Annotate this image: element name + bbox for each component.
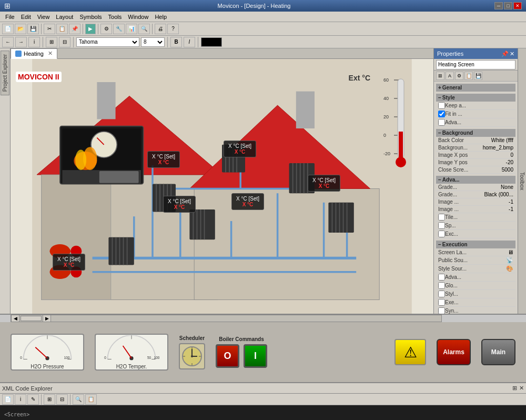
prop-section-exec-header[interactable]: − Execution bbox=[436, 241, 515, 248]
title-text: Movicon - [Design] - Heating bbox=[14, 3, 494, 9]
adva-checkbox[interactable] bbox=[438, 119, 445, 126]
maximize-button[interactable]: □ bbox=[504, 2, 512, 9]
menu-layout[interactable]: Layout bbox=[53, 13, 76, 21]
prop-icon-3[interactable]: ⚙ bbox=[455, 72, 463, 80]
properties-header: Properties 📌 ✕ bbox=[434, 48, 518, 59]
temp-box-1: X °C [Set] X °C bbox=[147, 151, 180, 168]
xml-tb5[interactable]: ⊟ bbox=[56, 394, 68, 405]
tb4[interactable]: 🔧 bbox=[113, 24, 125, 34]
collapse-icon-exec: − bbox=[438, 242, 441, 247]
keepa-checkbox[interactable] bbox=[438, 102, 445, 109]
scheduler-clock[interactable] bbox=[179, 343, 205, 369]
project-explorer-tab[interactable]: Project Explorer bbox=[1, 51, 9, 95]
minimize-button[interactable]: ─ bbox=[494, 2, 503, 9]
menu-symbols[interactable]: Symbols bbox=[76, 13, 105, 21]
prop-icon-1[interactable]: ⊞ bbox=[436, 72, 444, 80]
boiler-off-button[interactable]: O bbox=[216, 344, 239, 368]
glo-checkbox[interactable] bbox=[438, 282, 445, 289]
svg-text:100: 100 bbox=[64, 356, 70, 359]
menu-edit[interactable]: Edit bbox=[18, 13, 34, 21]
tb3[interactable]: ⚙ bbox=[100, 24, 112, 34]
size-select[interactable]: 8 bbox=[141, 37, 165, 47]
tb6[interactable]: 🔍 bbox=[138, 24, 150, 34]
exec-icon-1[interactable]: 🖥 bbox=[508, 249, 513, 255]
menu-tools[interactable]: Tools bbox=[105, 13, 125, 21]
xml-dock[interactable]: ⊞ bbox=[512, 385, 517, 392]
ext-temperature-label: Ext °C bbox=[349, 74, 370, 82]
xml-tb3[interactable]: ✎ bbox=[27, 394, 39, 405]
xml-close[interactable]: ✕ bbox=[519, 385, 524, 392]
syn-checkbox[interactable] bbox=[438, 307, 445, 314]
tab-close[interactable]: ✕ bbox=[48, 50, 53, 57]
exe-checkbox[interactable] bbox=[438, 299, 445, 306]
boiler-on-button[interactable]: I bbox=[244, 344, 267, 368]
xml-tb1[interactable]: 📄 bbox=[2, 394, 14, 405]
menu-window[interactable]: Window bbox=[125, 13, 151, 21]
scroll-right-btn[interactable]: ▶ bbox=[43, 315, 51, 322]
xml-find[interactable]: 🔍 bbox=[73, 394, 84, 405]
tb5[interactable]: 📊 bbox=[126, 24, 137, 34]
screen-name-input[interactable] bbox=[436, 60, 515, 69]
heating-tab[interactable]: Heating ✕ bbox=[11, 48, 57, 59]
prop-icon-2[interactable]: A bbox=[446, 72, 454, 80]
scroll-left-btn[interactable]: ◀ bbox=[11, 315, 19, 322]
menu-file[interactable]: File bbox=[2, 13, 18, 21]
exec-icon-2[interactable]: 📡 bbox=[506, 257, 513, 264]
new-btn[interactable]: 📄 bbox=[2, 24, 14, 34]
tb2-3[interactable]: i bbox=[28, 37, 40, 47]
xml-tb2[interactable]: i bbox=[15, 394, 26, 405]
alarms-button[interactable]: Alarms bbox=[437, 339, 471, 365]
paste-btn[interactable]: 📌 bbox=[69, 24, 80, 34]
prop-row-glo: Glo... bbox=[436, 282, 515, 290]
tb2-5[interactable]: ⊟ bbox=[59, 37, 70, 47]
exec-icon-3[interactable]: 🎨 bbox=[506, 265, 513, 272]
section-title-general: General bbox=[442, 85, 462, 91]
help-btn[interactable]: ? bbox=[167, 24, 179, 34]
svg-line-98 bbox=[123, 346, 132, 358]
close-button[interactable]: ✕ bbox=[513, 2, 522, 9]
properties-pin[interactable]: 📌 bbox=[501, 51, 509, 57]
tile-checkbox[interactable] bbox=[438, 214, 445, 221]
bold-btn[interactable]: B bbox=[170, 37, 182, 47]
fitin-checkbox[interactable] bbox=[438, 111, 445, 117]
prop-icon-5[interactable]: 💾 bbox=[474, 72, 482, 80]
horizontal-scrollbar[interactable]: ◀ ▶ bbox=[11, 315, 442, 322]
prop-section-style-header[interactable]: − Style bbox=[436, 94, 515, 102]
exc-checkbox[interactable] bbox=[438, 231, 445, 237]
prop-row-fitin: Fit in ... bbox=[436, 110, 515, 118]
font-select[interactable]: Tahoma bbox=[76, 37, 139, 47]
collapse-icon-bg: − bbox=[438, 130, 441, 136]
adva2-checkbox[interactable] bbox=[438, 274, 445, 281]
scroll-thumb[interactable] bbox=[21, 316, 42, 321]
prop-section-general-header[interactable]: + General bbox=[436, 84, 515, 92]
toolbox-label[interactable]: Toolbox bbox=[519, 172, 525, 190]
tab-label: Heating bbox=[24, 51, 44, 57]
italic-btn[interactable]: I bbox=[184, 37, 195, 47]
sp-checkbox[interactable] bbox=[438, 222, 445, 229]
properties-close[interactable]: ✕ bbox=[510, 51, 514, 57]
styl-checkbox[interactable] bbox=[438, 291, 445, 297]
alarm-warning-button[interactable]: ⚠ bbox=[394, 339, 426, 365]
menu-help[interactable]: Help bbox=[151, 13, 170, 21]
menu-view[interactable]: View bbox=[34, 13, 53, 21]
cut-btn[interactable]: ✂ bbox=[44, 24, 55, 34]
tb7[interactable]: 🖨 bbox=[155, 24, 166, 34]
copy-btn[interactable]: 📋 bbox=[56, 24, 68, 34]
tb2-4[interactable]: ⊞ bbox=[46, 37, 57, 47]
svg-text:0: 0 bbox=[20, 356, 22, 359]
setpoint-label-5: X °C [Set] bbox=[312, 177, 336, 183]
prop-icon-4[interactable]: 📋 bbox=[464, 72, 473, 80]
run-btn[interactable]: ▶ bbox=[85, 24, 96, 34]
open-btn[interactable]: 📂 bbox=[15, 24, 26, 34]
xml-tb6[interactable]: 📋 bbox=[85, 394, 97, 405]
save-btn[interactable]: 💾 bbox=[27, 24, 39, 34]
toolbox-tab[interactable]: Toolbox bbox=[518, 48, 526, 314]
prop-row-adva2: Adva... bbox=[436, 273, 515, 282]
tb2-2[interactable]: → bbox=[15, 37, 27, 47]
color-swatch[interactable] bbox=[201, 37, 222, 47]
prop-section-bg-header[interactable]: − Background bbox=[436, 129, 515, 137]
tb2-1[interactable]: ← bbox=[2, 37, 14, 47]
prop-section-adva-header[interactable]: − Adva... bbox=[436, 176, 515, 184]
main-button[interactable]: Main bbox=[481, 339, 515, 365]
xml-tb4[interactable]: ⊞ bbox=[44, 394, 55, 405]
